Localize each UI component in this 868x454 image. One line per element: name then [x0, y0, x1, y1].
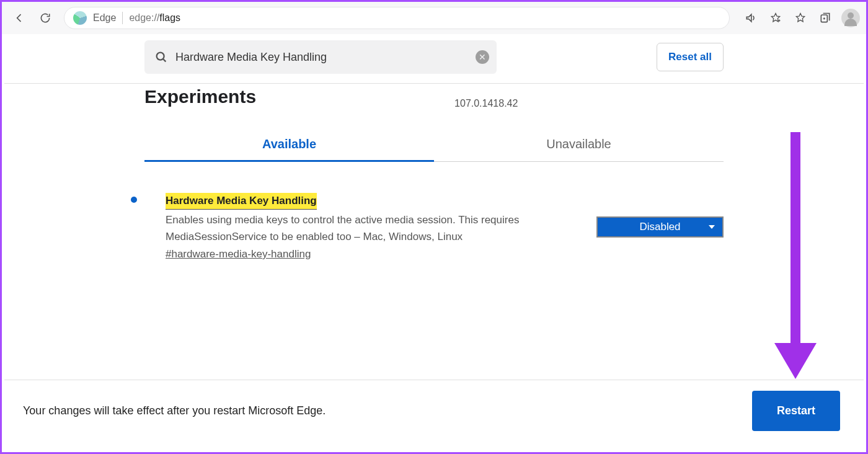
version-text: 107.0.1418.42: [454, 98, 518, 109]
restart-button[interactable]: Restart: [752, 391, 840, 431]
annotation-arrow-icon: [781, 132, 810, 380]
flag-row: Hardware Media Key Handling Enables usin…: [2, 162, 866, 262]
flag-description: Enables using media keys to control the …: [166, 212, 538, 245]
refresh-button[interactable]: [34, 7, 56, 29]
address-bar[interactable]: Edge edge://flags: [64, 7, 730, 29]
divider: [4, 83, 864, 84]
flag-state-select[interactable]: Disabled: [596, 216, 724, 238]
separator: [122, 12, 123, 24]
restart-message: Your changes will take effect after you …: [23, 404, 326, 417]
read-aloud-icon[interactable]: [740, 7, 762, 29]
flag-title: Hardware Media Key Handling: [166, 193, 317, 210]
edge-logo-icon: [73, 11, 87, 25]
favorites-icon[interactable]: [789, 7, 812, 29]
restart-footer: Your changes will take effect after you …: [4, 373, 864, 448]
tab-unavailable[interactable]: Unavailable: [434, 127, 724, 161]
back-button[interactable]: [8, 7, 30, 29]
toolbar-right: [740, 7, 860, 29]
svg-point-1: [157, 53, 164, 60]
reset-all-button[interactable]: Reset all: [657, 43, 724, 71]
page-title: Experiments: [144, 86, 256, 107]
search-icon: [154, 50, 168, 64]
browser-toolbar: Edge edge://flags: [2, 2, 866, 34]
browser-label: Edge: [93, 12, 116, 24]
collections-icon[interactable]: [814, 7, 836, 29]
modified-dot-icon: [131, 197, 137, 203]
search-input[interactable]: [175, 51, 476, 64]
search-field[interactable]: ✕: [144, 40, 497, 74]
flag-hash: #hardware-media-key-handling: [166, 246, 572, 262]
profile-avatar[interactable]: [841, 9, 860, 27]
tab-available[interactable]: Available: [144, 127, 434, 162]
page-content: ✕ Reset all Experiments 107.0.1418.42 Av…: [2, 34, 866, 262]
tabs: Available Unavailable: [144, 127, 724, 162]
url-text: edge://flags: [129, 12, 180, 24]
clear-search-icon[interactable]: ✕: [476, 50, 489, 64]
add-favorite-icon[interactable]: [764, 7, 787, 29]
